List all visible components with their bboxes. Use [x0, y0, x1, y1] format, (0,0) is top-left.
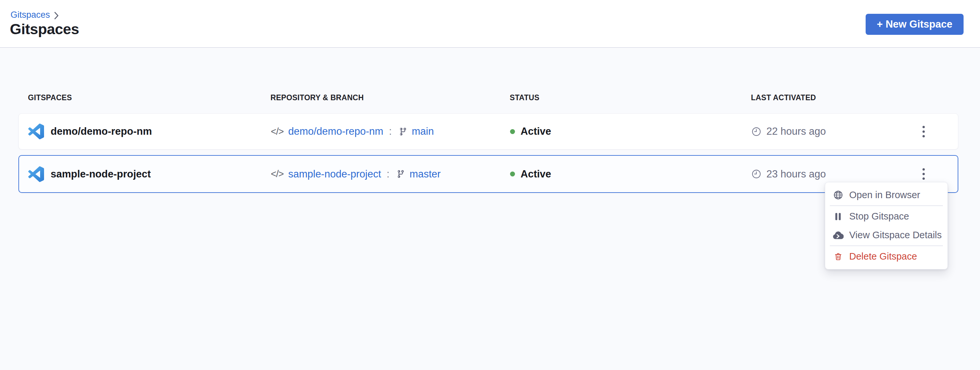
cloud-icon	[832, 230, 844, 240]
chevron-right-icon	[54, 11, 59, 20]
gitspace-name-cell: demo/demo-repo-nm	[28, 124, 271, 139]
status-label: Active	[520, 125, 551, 137]
column-header-status: STATUS	[510, 93, 751, 102]
column-header-last-activated: LAST ACTIVATED	[751, 93, 889, 102]
content-area: GITSPACES REPOSITORY & BRANCH STATUS LAS…	[0, 49, 980, 370]
repo-branch-separator: :	[386, 168, 391, 180]
git-branch-icon	[396, 170, 405, 178]
kebab-dot	[923, 135, 925, 137]
vscode-icon	[28, 124, 44, 139]
status-cell: Active	[510, 125, 751, 137]
repo-branch-cell: </> demo/demo-repo-nm : main	[271, 125, 510, 137]
kebab-dot	[923, 173, 925, 175]
menu-item-delete-gitspace[interactable]: Delete Gitspace	[825, 247, 947, 266]
menu-item-label: View Gitspace Details	[849, 230, 942, 241]
page-header: Gitspaces Gitspaces + New Gitspace	[0, 0, 980, 48]
menu-item-open-in-browser[interactable]: Open in Browser	[825, 186, 947, 204]
kebab-dot	[923, 168, 925, 170]
menu-item-label: Stop Gitspace	[849, 211, 909, 222]
gitspace-name: sample-node-project	[51, 168, 151, 180]
status-cell: Active	[510, 168, 751, 180]
last-activated-label: 22 hours ago	[766, 125, 826, 137]
new-gitspace-button[interactable]: + New Gitspace	[865, 14, 964, 35]
table-row[interactable]: demo/demo-repo-nm </> demo/demo-repo-nm …	[18, 113, 958, 149]
repo-branch-cell: </> sample-node-project : master	[271, 168, 510, 180]
code-icon: </>	[271, 126, 284, 137]
menu-item-stop-gitspace[interactable]: Stop Gitspace	[825, 207, 947, 226]
last-activated-label: 23 hours ago	[766, 168, 826, 180]
status-label: Active	[520, 168, 551, 180]
gitspace-name-cell: sample-node-project	[28, 166, 271, 182]
kebab-dot	[923, 130, 925, 133]
code-icon: </>	[271, 168, 284, 179]
repo-link[interactable]: sample-node-project	[288, 168, 381, 180]
globe-icon	[832, 190, 844, 200]
last-activated-cell: 22 hours ago	[751, 125, 889, 137]
table-header-row: GITSPACES REPOSITORY & BRANCH STATUS LAS…	[28, 93, 952, 103]
repo-link[interactable]: demo/demo-repo-nm	[288, 125, 383, 137]
vscode-icon	[28, 166, 44, 182]
page-title: Gitspaces	[10, 21, 79, 38]
table-row-selected[interactable]: sample-node-project </> sample-node-proj…	[18, 155, 958, 193]
branch-link[interactable]: main	[412, 125, 434, 137]
row-actions-menu-button[interactable]	[918, 122, 929, 141]
last-activated-cell: 23 hours ago	[751, 168, 889, 180]
trash-icon	[832, 252, 844, 261]
kebab-dot	[923, 126, 925, 128]
menu-item-view-gitspace-details[interactable]: View Gitspace Details	[825, 226, 947, 245]
row-actions-menu-button[interactable]	[918, 164, 929, 184]
repo-branch-separator: :	[388, 125, 393, 137]
kebab-dot	[923, 178, 925, 180]
git-branch-icon	[398, 127, 407, 136]
column-header-repository-branch: REPOSITORY & BRANCH	[270, 93, 510, 102]
clock-icon	[751, 169, 762, 179]
gitspace-name: demo/demo-repo-nm	[51, 125, 152, 137]
status-dot	[510, 172, 515, 176]
menu-item-label: Delete Gitspace	[849, 251, 917, 262]
clock-icon	[751, 127, 762, 137]
breadcrumb: Gitspaces	[11, 10, 59, 20]
menu-separator	[830, 205, 943, 206]
pause-icon	[832, 212, 844, 221]
branch-link[interactable]: master	[409, 168, 441, 180]
breadcrumb-link-gitspaces[interactable]: Gitspaces	[11, 10, 50, 20]
row-actions-menu: Open in Browser Stop Gitspace View Gitsp…	[825, 182, 948, 270]
status-dot	[510, 129, 515, 134]
column-header-gitspaces: GITSPACES	[28, 93, 270, 102]
menu-item-label: Open in Browser	[849, 190, 920, 200]
menu-separator	[830, 245, 943, 246]
